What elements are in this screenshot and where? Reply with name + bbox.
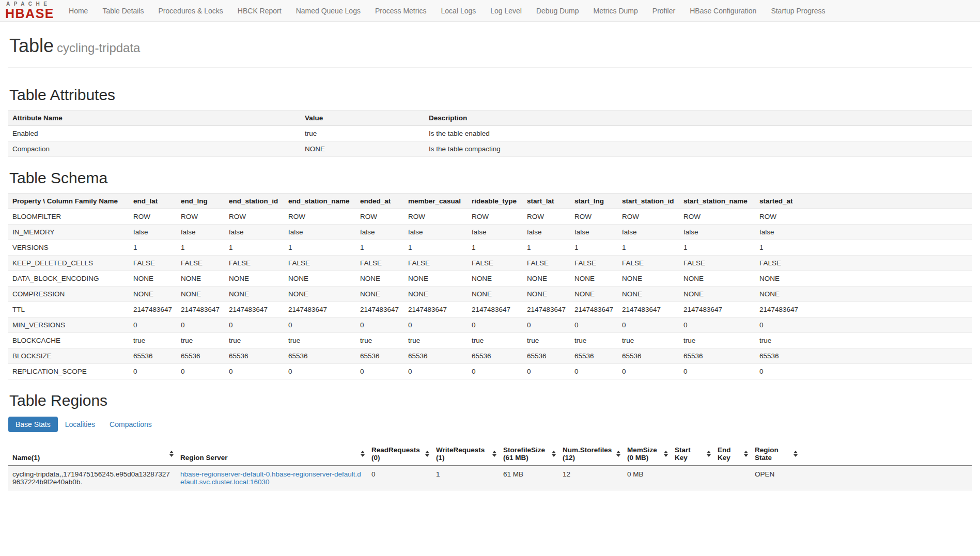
- table-cell: 0: [356, 364, 404, 379]
- attributes-col-description: Description: [425, 110, 972, 126]
- logo-apache-text: APACHE: [5, 2, 54, 7]
- table-row: MIN_VERSIONS000000000000: [8, 317, 972, 333]
- nav-item-hbck-report[interactable]: HBCK Report: [230, 7, 289, 15]
- table-cell: NONE: [404, 287, 468, 302]
- table-cell: 1: [356, 240, 404, 256]
- sort-icon[interactable]: [169, 451, 174, 457]
- sort-icon[interactable]: [794, 451, 798, 457]
- table-cell: 65536: [404, 348, 468, 364]
- table-cell: FALSE: [618, 256, 679, 271]
- nav-item-table-details[interactable]: Table Details: [95, 7, 151, 15]
- regions-col-read-requests[interactable]: ReadRequests (0): [367, 442, 432, 466]
- nav-item-named-queue-logs[interactable]: Named Queue Logs: [289, 7, 368, 15]
- table-cell: NONE: [177, 287, 225, 302]
- table-cell: true: [177, 333, 225, 348]
- table-cell: ROW: [404, 209, 468, 225]
- regions-col-mem-size[interactable]: MemSize (0 MB): [623, 442, 671, 466]
- table-cell: false: [468, 225, 523, 240]
- table-cell: 0: [679, 364, 755, 379]
- table-cell: 65536: [468, 348, 523, 364]
- nav-item-home[interactable]: Home: [61, 7, 95, 15]
- bottom-whitespace: [8, 490, 972, 556]
- table-cell: BLOCKCACHE: [8, 333, 129, 348]
- region-name-cell: cycling-tripdata,,1719475156245.e95d0a13…: [8, 466, 176, 490]
- table-cell: FALSE: [225, 256, 284, 271]
- attributes-col-value: Value: [301, 110, 425, 126]
- schema-col-member-casual: member_casual: [404, 194, 468, 209]
- table-cell: NONE: [679, 271, 755, 287]
- table-cell: 2147483647: [618, 302, 679, 317]
- table-cell: false: [523, 225, 570, 240]
- table-cell: 0: [404, 317, 468, 333]
- region-end-key-cell: [713, 466, 751, 490]
- sort-icon[interactable]: [664, 451, 668, 457]
- table-cell: 0: [618, 317, 679, 333]
- table-cell: true: [755, 333, 972, 348]
- nav-item-local-logs[interactable]: Local Logs: [434, 7, 484, 15]
- table-cell: NONE: [225, 271, 284, 287]
- regions-col-region-server[interactable]: Region Server: [176, 442, 367, 466]
- table-row: VERSIONS111111111111: [8, 240, 972, 256]
- sort-icon[interactable]: [552, 451, 556, 457]
- table-cell: 1: [570, 240, 618, 256]
- regions-col-end-key[interactable]: End Key: [713, 442, 751, 466]
- table-row: COMPRESSIONNONENONENONENONENONENONENONEN…: [8, 287, 972, 302]
- table-cell: FALSE: [468, 256, 523, 271]
- table-cell: 65536: [679, 348, 755, 364]
- table-cell: false: [679, 225, 755, 240]
- table-cell: NONE: [755, 287, 972, 302]
- sort-icon[interactable]: [425, 451, 429, 457]
- sort-icon[interactable]: [361, 451, 365, 457]
- table-cell: VERSIONS: [8, 240, 129, 256]
- table-cell: NONE: [679, 287, 755, 302]
- regions-tab-bar: Base Stats Localities Compactions: [8, 417, 972, 432]
- attributes-table-body: EnabledtrueIs the table enabledCompactio…: [8, 126, 972, 157]
- nav-item-process-metrics[interactable]: Process Metrics: [368, 7, 434, 15]
- table-cell: 1: [755, 240, 972, 256]
- nav-item-log-level[interactable]: Log Level: [483, 7, 529, 15]
- regions-col-write-requests[interactable]: WriteRequests (1): [432, 442, 499, 466]
- region-server-link[interactable]: hbase-regionserver-default-0.hbase-regio…: [180, 470, 361, 486]
- table-cell: NONE: [618, 271, 679, 287]
- tab-localities[interactable]: Localities: [58, 417, 102, 432]
- region-read-requests-cell: 0: [367, 466, 432, 490]
- schema-col-start-lng: start_lng: [570, 194, 618, 209]
- table-cell: ROW: [618, 209, 679, 225]
- nav-item-profiler[interactable]: Profiler: [645, 7, 682, 15]
- table-cell: 65536: [618, 348, 679, 364]
- table-cell: 0: [284, 317, 356, 333]
- table-cell: 0: [225, 317, 284, 333]
- table-cell: 1: [129, 240, 177, 256]
- table-cell: 0: [356, 317, 404, 333]
- nav-item-metrics-dump[interactable]: Metrics Dump: [586, 7, 645, 15]
- sort-icon[interactable]: [492, 451, 496, 457]
- regions-col-storefile-size[interactable]: StorefileSize (61 MB): [499, 442, 558, 466]
- table-cell: true: [679, 333, 755, 348]
- table-cell: FALSE: [356, 256, 404, 271]
- sort-icon[interactable]: [744, 451, 748, 457]
- table-cell: 0: [523, 317, 570, 333]
- table-cell: MIN_VERSIONS: [8, 317, 129, 333]
- table-cell: ROW: [129, 209, 177, 225]
- regions-col-region-state[interactable]: Region State: [751, 442, 800, 466]
- sort-icon[interactable]: [616, 451, 620, 457]
- table-cell: NONE: [225, 287, 284, 302]
- regions-table: Name(1) Region Server ReadRequests (0) W…: [8, 442, 972, 490]
- regions-col-start-key[interactable]: Start Key: [671, 442, 713, 466]
- tab-base-stats[interactable]: Base Stats: [8, 417, 58, 432]
- regions-header-row: Name(1) Region Server ReadRequests (0) W…: [8, 442, 972, 466]
- sort-icon[interactable]: [707, 451, 711, 457]
- nav-menu: Home Table Details Procedures & Locks HB…: [61, 7, 832, 15]
- regions-col-name[interactable]: Name(1): [8, 442, 176, 466]
- nav-item-procedures-locks[interactable]: Procedures & Locks: [151, 7, 230, 15]
- hbase-logo[interactable]: APACHE HBASE: [5, 2, 54, 20]
- nav-item-hbase-configuration[interactable]: HBase Configuration: [682, 7, 764, 15]
- regions-col-num-storefiles[interactable]: Num.Storefiles (12): [558, 442, 623, 466]
- tab-compactions[interactable]: Compactions: [102, 417, 159, 432]
- schema-col-rideable-type: rideable_type: [468, 194, 523, 209]
- nav-item-startup-progress[interactable]: Startup Progress: [764, 7, 832, 15]
- nav-item-debug-dump[interactable]: Debug Dump: [529, 7, 586, 15]
- schema-col-end-station-id: end_station_id: [225, 194, 284, 209]
- table-cell: false: [129, 225, 177, 240]
- table-row: DATA_BLOCK_ENCODINGNONENONENONENONENONEN…: [8, 271, 972, 287]
